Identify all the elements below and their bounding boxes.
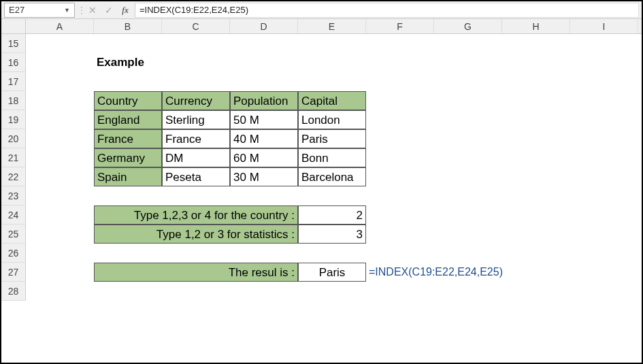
cell-F15[interactable] [366,34,434,53]
cell-I23[interactable] [570,186,638,205]
cell-G15[interactable] [434,34,502,53]
cell-C20[interactable]: France [162,129,230,148]
cell-I24[interactable] [570,205,638,225]
cell-I25[interactable] [570,225,638,244]
cell-F20[interactable] [366,129,434,148]
cell-H15[interactable] [502,34,570,53]
cell-A16[interactable] [26,53,94,72]
col-header-B[interactable]: B [94,19,162,33]
cell-G24[interactable] [434,205,502,225]
cell-H20[interactable] [502,129,570,148]
cell-G26[interactable] [434,244,502,263]
cell-D19[interactable]: 50 M [230,110,298,129]
cell-F21[interactable] [366,148,434,167]
col-header-E[interactable]: E [298,19,366,33]
cell-F16[interactable] [366,53,434,72]
cell-G28[interactable] [434,282,502,301]
cell-I28[interactable] [570,282,638,301]
cell-B22[interactable]: Spain [94,167,162,186]
col-header-C[interactable]: C [162,19,230,33]
cell-H24[interactable] [502,205,570,225]
tbl-header-currency[interactable]: Currency [162,91,230,110]
fx-icon[interactable]: fx [118,3,132,17]
cell-E19[interactable]: London [298,110,366,129]
cell-D28[interactable] [230,282,298,301]
cell-F22[interactable] [366,167,434,186]
cell-H26[interactable] [502,244,570,263]
cell-B28[interactable] [94,282,162,301]
name-box[interactable]: E27 ▼ [4,3,75,18]
cell-I15[interactable] [570,34,638,53]
cell-G20[interactable] [434,129,502,148]
cell-H21[interactable] [502,148,570,167]
formula-input[interactable]: =INDEX(C19:E22,E24,E25) [135,3,639,18]
cell-E23[interactable] [298,186,366,205]
cell-A17[interactable] [26,72,94,91]
cell-G25[interactable] [434,225,502,244]
cell-C22[interactable]: Peseta [162,167,230,186]
cell-D22[interactable]: 30 M [230,167,298,186]
result-formula-display[interactable]: =INDEX(C19:E22,E24,E25) [366,263,570,282]
cell-G21[interactable] [434,148,502,167]
cell-B15[interactable] [94,34,162,53]
col-header-G[interactable]: G [434,19,502,33]
cell-C19[interactable]: Sterling [162,110,230,129]
cell-A25[interactable] [26,225,94,244]
country-input-label[interactable]: Type 1,2,3 or 4 for the country : [94,205,298,225]
cell-G23[interactable] [434,186,502,205]
cell-I22[interactable] [570,167,638,186]
cell-F24[interactable] [366,205,434,225]
cell-B26[interactable] [94,244,162,263]
cell-C16[interactable] [162,53,230,72]
cell-A20[interactable] [26,129,94,148]
cell-F23[interactable] [366,186,434,205]
cell-A23[interactable] [26,186,94,205]
row-header-20[interactable]: 20 [1,129,26,148]
cell-E21[interactable]: Bonn [298,148,366,167]
cell-H22[interactable] [502,167,570,186]
result-label[interactable]: The resul is : [94,263,298,282]
row-header-18[interactable]: 18 [1,91,26,110]
cell-G19[interactable] [434,110,502,129]
cell-H17[interactable] [502,72,570,91]
cell-G17[interactable] [434,72,502,91]
cell-A26[interactable] [26,244,94,263]
row-header-23[interactable]: 23 [1,186,26,205]
cell-F25[interactable] [366,225,434,244]
cell-I20[interactable] [570,129,638,148]
cell-I16[interactable] [570,53,638,72]
cell-D16[interactable] [230,53,298,72]
cell-I26[interactable] [570,244,638,263]
stat-input-label[interactable]: Type 1,2 or 3 for statistics : [94,225,298,244]
cell-A21[interactable] [26,148,94,167]
cell-A28[interactable] [26,282,94,301]
cell-D20[interactable]: 40 M [230,129,298,148]
enter-icon[interactable]: ✓ [102,3,116,17]
row-header-28[interactable]: 28 [1,282,26,301]
cell-A22[interactable] [26,167,94,186]
cell-C15[interactable] [162,34,230,53]
cell-H28[interactable] [502,282,570,301]
cell-H19[interactable] [502,110,570,129]
tbl-header-population[interactable]: Population [230,91,298,110]
cell-A15[interactable] [26,34,94,53]
cell-F26[interactable] [366,244,434,263]
cell-F28[interactable] [366,282,434,301]
tbl-header-country[interactable]: Country [94,91,162,110]
row-header-17[interactable]: 17 [1,72,26,91]
stat-input-value[interactable]: 3 [298,225,366,244]
country-input-value[interactable]: 2 [298,205,366,225]
cell-D23[interactable] [230,186,298,205]
cell-H18[interactable] [502,91,570,110]
result-value[interactable]: Paris [298,263,366,282]
cell-G18[interactable] [434,91,502,110]
cell-C21[interactable]: DM [162,148,230,167]
col-header-H[interactable]: H [502,19,570,33]
col-header-I[interactable]: I [570,19,638,33]
cell-C26[interactable] [162,244,230,263]
cell-B21[interactable]: Germany [94,148,162,167]
cell-B20[interactable]: France [94,129,162,148]
cell-H23[interactable] [502,186,570,205]
cell-E15[interactable] [298,34,366,53]
cell-G16[interactable] [434,53,502,72]
